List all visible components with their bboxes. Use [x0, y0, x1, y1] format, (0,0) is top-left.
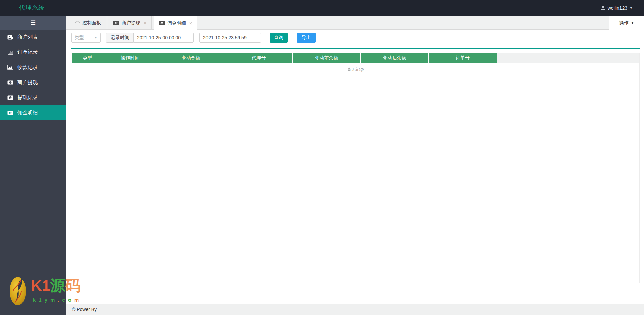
main-content: 类型 ▼ 记录时间 - 查询 导出 类型 操作时间 变动金额 代理号 变动前余额…: [66, 30, 644, 315]
tab-bar: 控制面板 商户提现 × 佣金明细 ×: [66, 16, 644, 30]
app-title: 代理系统: [19, 0, 45, 16]
area-chart-icon: [7, 65, 13, 70]
close-icon[interactable]: ×: [189, 21, 192, 26]
time-from-input[interactable]: [133, 33, 194, 43]
hamburger-icon: ☰: [31, 19, 36, 26]
sidebar-item-label: 佣金明细: [17, 110, 38, 116]
close-icon[interactable]: ×: [144, 20, 147, 25]
sidebar-item-order-records[interactable]: 订单记录: [0, 45, 66, 60]
column-header-operate-time: 操作时间: [103, 53, 157, 63]
results-table: 类型 操作时间 变动金额 代理号 变动前余额 变动后余额 订单号 查无记录: [72, 53, 640, 283]
type-select[interactable]: 类型 ▼: [71, 33, 101, 43]
tab-commission-detail[interactable]: 佣金明细 ×: [154, 16, 197, 30]
column-header-agent-no: 代理号: [225, 53, 293, 63]
record-time-group: 记录时间: [106, 33, 194, 43]
sidebar-item-merchant-withdraw[interactable]: 商户提现: [0, 75, 66, 90]
chevron-down-icon: ▼: [630, 6, 633, 10]
bar-chart-icon: [7, 50, 13, 55]
user-icon: [601, 5, 605, 10]
home-icon: [75, 21, 80, 25]
tab-label: 控制面板: [82, 20, 101, 26]
user-menu[interactable]: weilin123 ▼: [601, 0, 633, 16]
chevron-down-icon: ▼: [94, 36, 97, 39]
sidebar-item-label: 收款记录: [17, 64, 38, 71]
sidebar-item-commission-detail[interactable]: 佣金明细: [0, 105, 66, 120]
money-icon: [7, 111, 13, 115]
chevron-down-icon: ▼: [631, 21, 634, 25]
query-button[interactable]: 查询: [270, 33, 288, 43]
actions-label: 操作: [619, 20, 629, 26]
money-icon: [7, 80, 13, 85]
copyright-text: © Power By: [72, 307, 97, 312]
sidebar-item-label: 提现记录: [17, 94, 38, 101]
record-time-label: 记录时间: [106, 33, 133, 43]
teal-divider: [71, 48, 640, 49]
tab-dashboard[interactable]: 控制面板: [70, 16, 106, 29]
filter-toolbar: 类型 ▼ 记录时间 - 查询 导出: [71, 33, 316, 43]
table-header-row: 类型 操作时间 变动金额 代理号 变动前余额 变动后余额 订单号: [72, 53, 639, 63]
sidebar-item-label: 商户列表: [17, 34, 38, 40]
actions-dropdown[interactable]: 操作 ▼: [609, 16, 644, 30]
username: weilin123: [608, 5, 627, 11]
column-header-order-no: 订单号: [429, 53, 497, 63]
sidebar-nav: 商户列表 订单记录 收款记录: [0, 30, 66, 315]
tab-label: 佣金明细: [167, 20, 186, 26]
app-window: 代理系统 weilin123 ▼ ☰ 控制面板: [0, 0, 644, 315]
sidebar-item-payment-records[interactable]: 收款记录: [0, 60, 66, 75]
time-to-input[interactable]: [199, 33, 261, 43]
sidebar-item-withdraw-records[interactable]: 提现记录: [0, 90, 66, 105]
type-select-value: 类型: [75, 35, 84, 41]
top-navbar: 代理系统 weilin123 ▼: [0, 0, 644, 16]
column-header-change-amount: 变动金额: [157, 53, 225, 63]
sidebar-item-label: 订单记录: [17, 49, 38, 55]
column-header-balance-before: 变动前余额: [293, 53, 361, 63]
money-icon: [7, 95, 13, 100]
column-header-filler: [497, 53, 639, 63]
sidebar-toggle-button[interactable]: ☰: [0, 16, 66, 30]
money-icon: [113, 21, 119, 25]
empty-state-text: 查无记录: [72, 63, 639, 73]
tab-label: 商户提现: [122, 20, 140, 26]
column-header-balance-after: 变动后余额: [361, 53, 429, 63]
export-button[interactable]: 导出: [297, 33, 316, 43]
page-footer: © Power By: [66, 304, 644, 315]
range-separator: -: [196, 35, 197, 40]
contact-card-icon: [7, 35, 13, 40]
sidebar-item-merchant-list[interactable]: 商户列表: [0, 30, 66, 45]
tab-merchant-withdraw[interactable]: 商户提现 ×: [108, 16, 152, 29]
money-icon: [159, 21, 165, 25]
sidebar-item-label: 商户提现: [17, 79, 38, 86]
column-header-type: 类型: [72, 53, 103, 63]
